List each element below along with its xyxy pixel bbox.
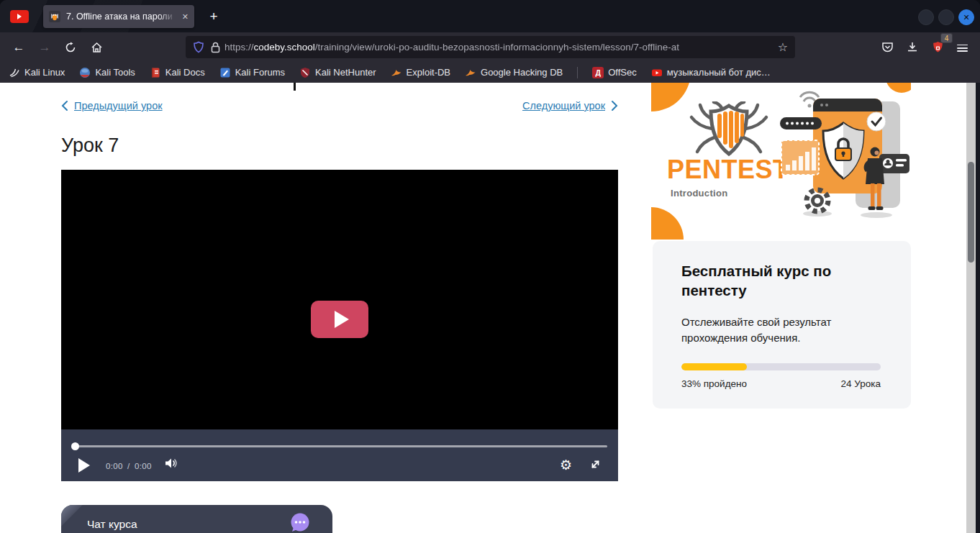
- tracking-protection-shield-icon[interactable]: [193, 41, 204, 53]
- chat-title: Чат курса: [87, 518, 137, 531]
- course-banner: PENTEST Introduction: [651, 83, 911, 240]
- lock-icon[interactable]: [211, 42, 220, 53]
- url-domain: codeby.school: [254, 42, 315, 53]
- close-button[interactable]: ✕: [958, 9, 974, 25]
- brand-subtitle: Introduction: [671, 188, 727, 199]
- pinned-tab-youtube[interactable]: [10, 10, 29, 23]
- player-controls: 0:00 / 0:00 ⚙: [61, 429, 618, 481]
- decor-circle: [651, 83, 691, 111]
- bookmark-exploit-db[interactable]: Exploit-DB: [391, 67, 450, 78]
- progress-labels: 33% пройдено 24 Урока: [681, 378, 881, 389]
- download-icon: [907, 41, 918, 53]
- play-button[interactable]: [78, 458, 90, 473]
- reload-icon: [65, 42, 76, 53]
- progress-fill: [681, 363, 747, 370]
- total-time: 0:00: [135, 462, 152, 470]
- window-controls: ✕: [918, 9, 974, 25]
- fullscreen-icon: [589, 458, 602, 470]
- tab-title: 7. Offline атака на пароли: [66, 12, 179, 22]
- ghdb-bird-icon: [465, 68, 476, 78]
- toolbar-right-icons: 4: [877, 37, 973, 57]
- bookmark-google-hacking-db[interactable]: Google Hacking DB: [465, 67, 563, 78]
- time-display: 0:00 / 0:00: [106, 462, 152, 470]
- page-title: Урок 7: [61, 135, 119, 157]
- exploitdb-bird-icon: [391, 68, 402, 78]
- home-icon: [91, 42, 103, 53]
- page-scrollbar[interactable]: [966, 83, 976, 533]
- play-icon: [335, 311, 349, 328]
- bookmarks-separator: [577, 67, 578, 78]
- new-tab-button[interactable]: +: [204, 7, 223, 26]
- settings-button[interactable]: ⚙: [560, 457, 572, 473]
- youtube-icon: [651, 67, 663, 78]
- youtube-play-icon: [17, 14, 22, 19]
- decor-circle: [651, 207, 684, 240]
- scrollbar-thumb[interactable]: [968, 162, 974, 263]
- big-play-button[interactable]: [311, 301, 368, 338]
- url-path: /training/view/uroki-po-auditu-bezopasno…: [315, 42, 679, 53]
- current-time: 0:00: [106, 462, 123, 470]
- fullscreen-button[interactable]: [589, 458, 602, 470]
- browser-window: 7. Offline атака на пароли ✕ + ✕ ← →: [0, 0, 980, 533]
- offsec-icon: Д: [592, 67, 604, 78]
- back-button[interactable]: ←: [9, 37, 29, 58]
- url-bar[interactable]: https://codeby.school/training/view/urok…: [186, 36, 795, 58]
- downloads-button[interactable]: [902, 37, 922, 57]
- bookmark-kali-tools[interactable]: Kali Tools: [79, 67, 135, 78]
- pocket-button[interactable]: [877, 37, 897, 57]
- extension-badge: 4: [940, 33, 953, 43]
- progress-percent-label: 33% пройдено: [681, 378, 747, 389]
- course-description: Отслеживайте свой результат прохождения …: [681, 314, 868, 346]
- bookmark-star-icon[interactable]: ☆: [778, 40, 788, 54]
- seek-handle[interactable]: [71, 442, 79, 450]
- navigation-toolbar: ← → https://codeby.school/training/view/…: [0, 32, 980, 62]
- forward-button[interactable]: →: [35, 37, 55, 58]
- course-progress-card: Бесплатный курс по пентесту Отслеживайте…: [653, 241, 911, 409]
- kali-forums-icon: [219, 67, 231, 78]
- next-lesson-link[interactable]: Следующий урок: [522, 100, 618, 111]
- bookmark-offsec[interactable]: Д OffSec: [592, 67, 637, 78]
- active-tab[interactable]: 7. Offline атака на пароли ✕: [43, 5, 194, 28]
- menu-button[interactable]: [953, 37, 973, 57]
- tab-close-icon[interactable]: ✕: [182, 12, 189, 22]
- bookmark-kali-linux[interactable]: Kali Linux: [9, 67, 65, 78]
- url-scheme: https://: [224, 42, 254, 53]
- pentest-spider-logo-icon: [686, 101, 772, 159]
- brand-title: PENTEST: [667, 155, 789, 185]
- progress-bar: [681, 363, 881, 370]
- kali-nethunter-icon: [299, 67, 311, 78]
- pocket-icon: [881, 41, 894, 53]
- codeby-favicon-icon: [49, 11, 60, 22]
- previous-lesson-link[interactable]: Предыдущий урок: [61, 100, 163, 111]
- seek-bar[interactable]: [72, 445, 607, 447]
- chevron-right-icon: [611, 100, 618, 111]
- adblock-extension-button[interactable]: 4: [927, 37, 948, 57]
- home-button[interactable]: [86, 37, 106, 58]
- menu-icon: [957, 45, 968, 46]
- bookmark-kali-nethunter[interactable]: Kali NetHunter: [299, 67, 376, 78]
- lesson-navigation: Предыдущий урок Следующий урок: [61, 100, 618, 114]
- video-display[interactable]: [61, 170, 618, 429]
- chevron-left-icon: [61, 100, 68, 111]
- clipped-heading-fragment: [294, 83, 296, 91]
- course-chat-widget[interactable]: Чат курса: [61, 505, 332, 533]
- url-text: https://codeby.school/training/view/urok…: [224, 42, 772, 53]
- chat-bubble-icon[interactable]: [289, 512, 311, 533]
- volume-button[interactable]: [164, 457, 178, 470]
- bookmark-music-bot[interactable]: музыкальный бот дис…: [651, 67, 771, 78]
- course-title: Бесплатный курс по пентесту: [681, 261, 868, 300]
- kali-tools-icon: [79, 67, 91, 78]
- minimize-button[interactable]: [918, 9, 934, 25]
- bookmark-kali-forums[interactable]: Kali Forums: [219, 67, 285, 78]
- bookmarks-bar: Kali Linux Kali Tools Kali Docs Kali F: [0, 62, 980, 83]
- volume-icon: [164, 457, 178, 470]
- page-viewport: Предыдущий урок Следующий урок Урок 7 0:…: [0, 83, 976, 533]
- video-player: 0:00 / 0:00 ⚙: [61, 170, 618, 481]
- kali-dragon-icon: [9, 67, 20, 78]
- maximize-button[interactable]: [938, 9, 954, 25]
- reload-button[interactable]: [60, 37, 81, 58]
- kali-docs-icon: [150, 67, 161, 78]
- bookmark-kali-docs[interactable]: Kali Docs: [150, 67, 205, 78]
- pentest-illustration: [780, 86, 909, 226]
- lessons-count-label: 24 Урока: [841, 378, 881, 389]
